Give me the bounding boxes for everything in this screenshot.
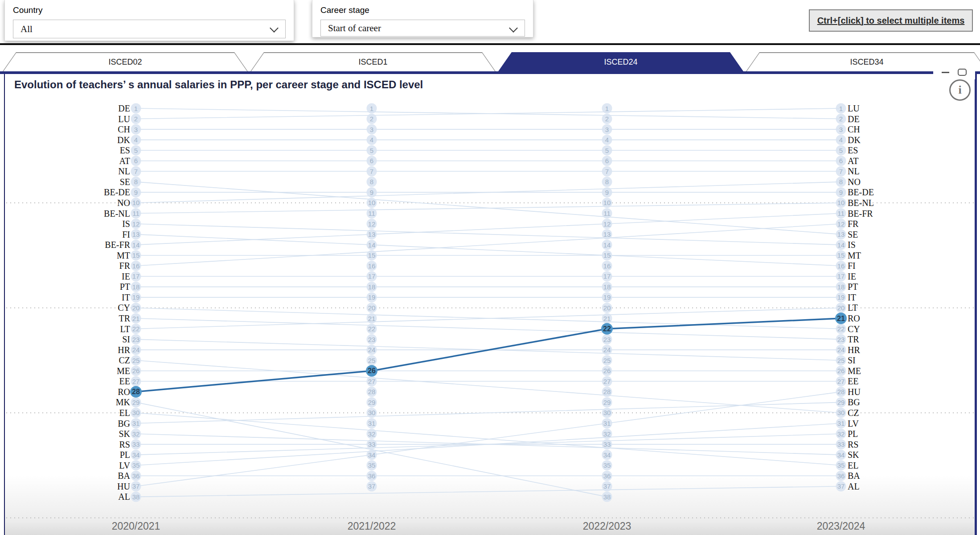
country-label-left[interactable]: IE (122, 272, 130, 281)
rank-number: 9 (370, 189, 373, 196)
country-label-left[interactable]: LV (119, 461, 130, 470)
rank-number: 17 (837, 272, 845, 280)
country-label-left[interactable]: NO (117, 198, 130, 208)
popout-icon[interactable] (958, 69, 967, 76)
country-label-right[interactable]: BE-DE (848, 187, 874, 197)
country-label-left[interactable]: NL (118, 166, 130, 176)
country-label-right[interactable]: BE-NL (848, 198, 874, 208)
minimize-icon[interactable] (942, 72, 949, 73)
country-label-left[interactable]: LT (120, 324, 130, 334)
country-label-right[interactable]: SI (848, 355, 856, 365)
highlighted-rank-number: 28 (132, 388, 140, 395)
rank-number: 29 (132, 399, 140, 406)
country-label-right[interactable]: CH (848, 124, 860, 134)
career-stage-select[interactable]: Start of career (320, 20, 525, 37)
country-label-right[interactable]: FR (848, 219, 859, 229)
country-label-right[interactable]: PT (848, 282, 858, 292)
rank-number: 36 (132, 472, 140, 480)
country-label-left[interactable]: BG (118, 419, 130, 428)
year-label: 2020/2021 (112, 520, 160, 532)
rank-number: 9 (134, 189, 138, 196)
country-label-left[interactable]: FI (122, 230, 130, 239)
country-label-right[interactable]: HU (848, 387, 861, 397)
rank-number: 21 (132, 315, 140, 322)
country-label-left[interactable]: SI (122, 334, 130, 344)
country-label-left[interactable]: AL (118, 492, 130, 502)
country-label-right[interactable]: LT (848, 303, 858, 313)
country-label-right[interactable]: RO (848, 313, 860, 323)
country-label-right[interactable]: IT (848, 292, 856, 302)
country-label-right[interactable]: AT (848, 156, 858, 166)
country-label-left[interactable]: ES (120, 145, 130, 155)
country-label-right[interactable]: ES (848, 145, 858, 155)
country-label-right[interactable]: FI (848, 261, 856, 271)
country-label-left[interactable]: IT (122, 292, 130, 302)
rank-number: 5 (134, 147, 138, 154)
country-label-left[interactable]: LU (118, 114, 130, 124)
country-label-left[interactable]: RO (118, 387, 130, 397)
country-label-right[interactable]: SE (848, 230, 858, 239)
country-label-left[interactable]: TR (119, 313, 130, 323)
rank-number: 1 (605, 105, 609, 112)
rank-number: 32 (603, 430, 611, 438)
country-label-left[interactable]: BE-NL (104, 209, 130, 218)
country-label-left[interactable]: CH (118, 124, 130, 134)
country-label-right[interactable]: EL (848, 461, 858, 470)
country-label-right[interactable]: CY (848, 324, 860, 334)
country-label-left[interactable]: CZ (119, 355, 130, 365)
country-label-left[interactable]: BE-FR (105, 240, 130, 250)
country-label-right[interactable]: MT (848, 251, 861, 260)
country-label-left[interactable]: DK (117, 135, 130, 145)
country-label-left[interactable]: FR (119, 261, 131, 271)
country-label-left[interactable]: RS (119, 440, 130, 449)
country-label-left[interactable]: CY (118, 303, 130, 313)
highlighted-line-RO[interactable] (136, 318, 841, 392)
country-label-right[interactable]: HR (848, 345, 860, 355)
rank-number: 18 (603, 283, 611, 291)
rank-number: 34 (603, 451, 611, 459)
country-label-left[interactable]: DE (118, 103, 130, 113)
country-label-right[interactable]: DK (848, 135, 861, 145)
country-label-right[interactable]: RS (848, 440, 858, 449)
country-label-right[interactable]: BA (848, 471, 860, 481)
country-label-right[interactable]: TR (848, 334, 859, 344)
country-label-right[interactable]: LU (848, 103, 860, 113)
country-label-right[interactable]: IS (848, 240, 856, 250)
country-label-left[interactable]: BA (118, 471, 130, 481)
country-label-right[interactable]: AL (848, 482, 860, 491)
country-label-left[interactable]: BE-DE (104, 187, 130, 197)
country-label-right[interactable]: BG (848, 397, 860, 407)
country-select[interactable]: All (13, 20, 286, 38)
rank-number: 37 (837, 482, 845, 490)
country-label-right[interactable]: ME (848, 366, 861, 376)
country-label-left[interactable]: EL (119, 408, 130, 418)
country-label-right[interactable]: NL (848, 166, 860, 176)
country-label-right[interactable]: BE-FR (848, 209, 873, 218)
country-label-left[interactable]: PT (120, 282, 130, 292)
country-label-right[interactable]: EE (848, 376, 858, 386)
country-label-right[interactable]: CZ (848, 408, 859, 418)
country-label-right[interactable]: PL (848, 429, 858, 439)
country-label-right[interactable]: DE (848, 114, 860, 124)
country-label-left[interactable]: AT (119, 156, 130, 166)
country-label-left[interactable]: ME (117, 366, 130, 376)
country-label-left[interactable]: SE (120, 177, 130, 187)
country-label-left[interactable]: HR (118, 345, 130, 355)
country-label-right[interactable]: IE (848, 272, 856, 281)
country-label-left[interactable]: MK (116, 397, 131, 407)
country-label-left[interactable]: SK (119, 429, 130, 439)
country-label-right[interactable]: NO (848, 177, 861, 187)
country-label-left[interactable]: IS (122, 219, 130, 229)
rank-number: 4 (370, 136, 373, 144)
country-label-left[interactable]: HU (117, 482, 130, 491)
country-label-right[interactable]: LV (848, 419, 859, 428)
rank-number: 11 (132, 210, 139, 217)
country-label-left[interactable]: EE (119, 376, 130, 386)
country-label-left[interactable]: MT (117, 251, 130, 260)
info-icon[interactable]: i (949, 79, 971, 101)
rank-number: 37 (603, 482, 611, 490)
rank-number: 20 (837, 304, 845, 312)
multi-select-hint-button[interactable]: Ctrl+[click] to select multiple items (809, 9, 973, 32)
country-label-left[interactable]: PL (120, 450, 130, 460)
country-label-right[interactable]: SK (848, 450, 859, 460)
